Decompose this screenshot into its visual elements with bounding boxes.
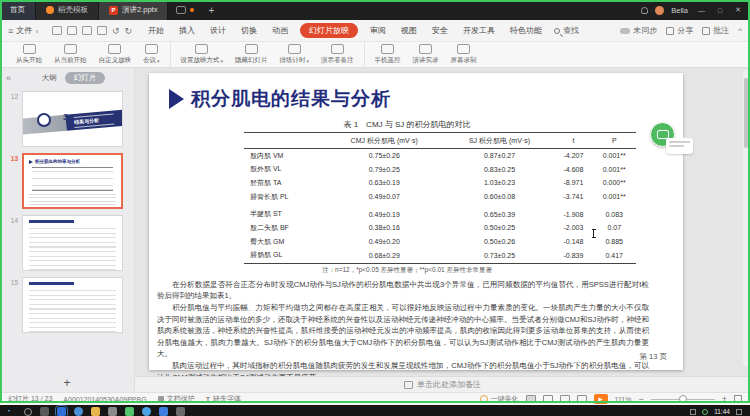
slide-thumbnail-13-selected[interactable]: 积分肌电的结果与分析 <box>22 153 123 209</box>
slide-body-text[interactable]: 在分析数据是否符合正态分布时发现CMJ动作与SJ动作的积分肌电数据中共出现3个异… <box>157 279 649 376</box>
play-from-current-button[interactable]: 从当前开始 <box>48 42 93 67</box>
menu-item-design[interactable]: 设计 <box>207 24 229 37</box>
taskbar-app-other[interactable] <box>176 407 185 416</box>
tab-home[interactable]: 首页 <box>0 0 36 20</box>
service-assistant-tooltip <box>666 138 693 154</box>
presenter-notes-button[interactable]: 演示者备注 <box>315 42 360 67</box>
rehearse-timing-button[interactable]: 排练计时▾ <box>274 42 316 67</box>
preview-icon[interactable] <box>82 26 92 35</box>
zoom-in-button[interactable]: + <box>722 394 727 404</box>
paragraph: 在分析数据是否符合正态分布时发现CMJ动作与SJ动作的积分肌电数据中共出现3个异… <box>157 279 649 302</box>
user-name[interactable]: Bella <box>671 6 688 15</box>
zoom-out-button[interactable]: − <box>638 394 643 404</box>
setup-show-button[interactable]: 设置放映方式▾ <box>175 42 230 67</box>
share-label: 分享 <box>677 25 693 36</box>
taskbar-app-settings[interactable] <box>108 407 117 416</box>
save-icon[interactable] <box>52 26 62 35</box>
notes-bar[interactable]: 单击此处添加备注 <box>135 376 750 392</box>
print-icon[interactable] <box>67 26 77 35</box>
meeting-button[interactable]: 会议▾ <box>137 42 166 67</box>
tab-document[interactable]: P 演讲2.pptx <box>99 0 168 20</box>
taskbar-app-dingtalk[interactable] <box>159 407 168 416</box>
menu-item-review[interactable]: 审阅 <box>367 24 389 37</box>
beautify-icon <box>480 395 488 403</box>
taskbar-search-icon[interactable] <box>24 408 32 416</box>
feedback-bubble-icon[interactable] <box>176 6 186 14</box>
add-slide-button[interactable]: + <box>0 374 134 392</box>
notes-view-button[interactable] <box>577 395 587 403</box>
close-button[interactable]: ✕ <box>732 6 744 14</box>
tab-home-label: 首页 <box>10 5 25 15</box>
menu-item-start[interactable]: 开始 <box>145 24 167 37</box>
export-icon[interactable] <box>97 26 107 35</box>
maximize-button[interactable]: □ <box>715 7 725 14</box>
phone-remote-icon <box>381 44 394 54</box>
table-row: 股二头肌 BF0.38±0.160.50±0.25-2.0030.07 <box>244 221 636 235</box>
minimize-button[interactable]: — <box>695 7 708 14</box>
mini-title-preview <box>29 220 74 223</box>
screen-record-button[interactable]: 屏幕录制 <box>445 42 483 67</box>
tab-outline[interactable]: 大纲 <box>42 73 57 83</box>
tab-docer[interactable]: 稻壳模板 <box>36 0 99 20</box>
vertical-scrollbar[interactable] <box>743 70 749 366</box>
fullscreen-icon[interactable] <box>734 395 742 403</box>
taskbar-app-qq[interactable] <box>142 407 151 416</box>
lecture-record-button[interactable]: 演讲实录 <box>407 42 445 67</box>
tab-slides[interactable]: 幻灯片 <box>65 72 106 84</box>
collapse-panel-icon[interactable]: « <box>6 73 11 83</box>
slide-thumbnail-15[interactable] <box>22 277 123 333</box>
missing-font-warning[interactable]: T 缺失字体 <box>206 394 241 404</box>
task-view-icon[interactable] <box>40 407 49 416</box>
sync-status[interactable]: 未同步 <box>620 25 657 36</box>
menu-item-animation[interactable]: 动画 <box>269 24 291 37</box>
share-button[interactable]: 分享 <box>666 25 693 36</box>
redo-icon[interactable]: ↻ <box>124 26 132 36</box>
taskbar-app-wps[interactable] <box>57 407 66 416</box>
file-menu[interactable]: ≡ 文件 ∨ <box>8 25 39 36</box>
zoom-slider-knob[interactable] <box>679 395 687 403</box>
notification-center-icon[interactable] <box>736 409 742 415</box>
file-menu-label: 文件 <box>16 25 32 36</box>
tray-hidden-icons[interactable] <box>690 409 696 415</box>
find-button[interactable]: 查找 <box>554 25 579 36</box>
comment-button[interactable]: 批注 <box>702 25 729 36</box>
zoom-slider[interactable] <box>651 399 715 400</box>
undo-icon[interactable]: ↺ <box>112 26 120 36</box>
menu-item-insert[interactable]: 插入 <box>176 24 198 37</box>
play-from-start-button[interactable]: 从头开始 <box>10 42 48 67</box>
bell-icon[interactable] <box>641 7 648 14</box>
menu-item-view[interactable]: 视图 <box>398 24 420 37</box>
taskbar-app-wechat[interactable] <box>125 407 134 416</box>
menu-item-transition[interactable]: 切换 <box>238 24 260 37</box>
floating-service-widget[interactable] <box>650 122 694 156</box>
slide-thumbnail-12[interactable]: 3 结果与分析 <box>22 91 123 147</box>
clock[interactable]: 11:44 <box>714 408 730 415</box>
menu-item-slideshow[interactable]: 幻灯片放映 <box>300 23 358 38</box>
taskbar-app-folder[interactable] <box>91 407 100 416</box>
zoom-level[interactable]: 111% <box>615 396 632 403</box>
sync-label: 未同步 <box>633 25 657 36</box>
menu-item-devtools[interactable]: 开发工具 <box>460 24 498 37</box>
custom-show-button[interactable]: 自定义放映 <box>93 42 138 67</box>
slideshow-play-button[interactable]: ▶ <box>594 394 608 404</box>
document-protect-button[interactable]: 文档保护 <box>158 394 195 404</box>
ribbon-collapse-icon[interactable]: ^ <box>738 26 742 35</box>
slide-canvas[interactable]: 积分肌电的结果与分析 表 1 CMJ 与 SJ 的积分肌电的对比 CMJ 积分肌… <box>135 68 750 376</box>
slide-thumbnail-14[interactable] <box>22 215 123 271</box>
avatar[interactable] <box>655 6 664 15</box>
menu-item-features[interactable]: 特色功能 <box>507 24 545 37</box>
new-tab-button[interactable]: + <box>204 5 218 16</box>
hide-slide-button[interactable]: 隐藏幻灯片 <box>229 42 274 67</box>
slide-sorter-view-button[interactable] <box>543 395 553 403</box>
taskbar-app-browser[interactable] <box>74 407 83 416</box>
scrollbar-thumb[interactable] <box>744 78 748 148</box>
phone-remote-button[interactable]: 手机遥控 <box>369 42 407 67</box>
reading-view-button[interactable] <box>560 395 570 403</box>
menu-item-security[interactable]: 安全 <box>429 24 451 37</box>
slide[interactable]: 积分肌电的结果与分析 表 1 CMJ 与 SJ 的积分肌电的对比 CMJ 积分肌… <box>149 73 683 370</box>
text-cursor <box>593 229 594 238</box>
beautify-button[interactable]: 一键美化 <box>480 394 519 404</box>
start-button[interactable] <box>8 410 12 414</box>
normal-view-button[interactable] <box>526 395 536 403</box>
tray-health-icon[interactable] <box>702 409 708 415</box>
